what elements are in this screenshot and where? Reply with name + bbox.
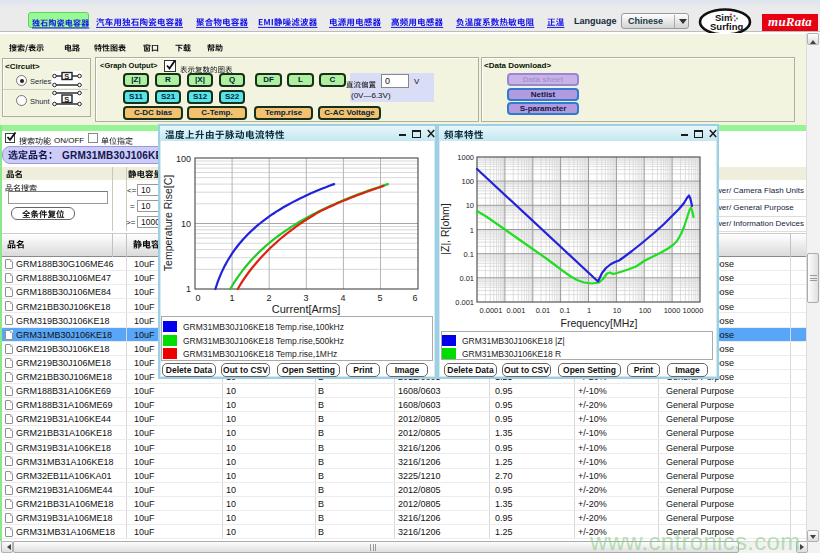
svg-text:0.0001: 0.0001 [480,306,503,315]
svg-text:100: 100 [639,306,652,315]
svg-text:0.1: 0.1 [560,306,570,315]
svg-text:Temperature Rise[C]: Temperature Rise[C] [162,175,174,271]
svg-text:Surfing: Surfing [710,21,743,32]
svg-text:0: 0 [195,293,200,303]
svg-text:10000: 10000 [683,306,704,315]
svg-text:0.1: 0.1 [464,250,474,259]
svg-text:0.001: 0.001 [455,298,474,307]
svg-text:0.01: 0.01 [459,274,474,283]
svg-text:1: 1 [587,306,591,315]
svg-text:Frequency[MHz]: Frequency[MHz] [560,317,637,329]
svg-text:1: 1 [470,226,474,235]
svg-text:100: 100 [176,154,191,164]
svg-text:4: 4 [340,293,345,303]
svg-text:1: 1 [186,284,191,294]
svg-text:0.01: 0.01 [536,306,551,315]
svg-text:6: 6 [412,293,417,303]
svg-text:S: S [64,95,69,104]
svg-text:100: 100 [461,177,474,186]
svg-text:10: 10 [181,219,191,229]
svg-text:0.001: 0.001 [507,306,526,315]
svg-text:1: 1 [229,293,234,303]
svg-text:3: 3 [303,293,308,303]
svg-text:5: 5 [377,293,382,303]
svg-text:|Z|, R[ohm]: |Z|, R[ohm] [439,203,451,255]
svg-text:2: 2 [266,293,271,303]
svg-text:Current[Arms]: Current[Arms] [272,303,340,315]
svg-text:1000: 1000 [457,153,474,162]
svg-text:10: 10 [613,306,621,315]
svg-text:10: 10 [466,201,474,210]
svg-text:1000: 1000 [664,306,681,315]
svg-text:S: S [64,72,69,81]
